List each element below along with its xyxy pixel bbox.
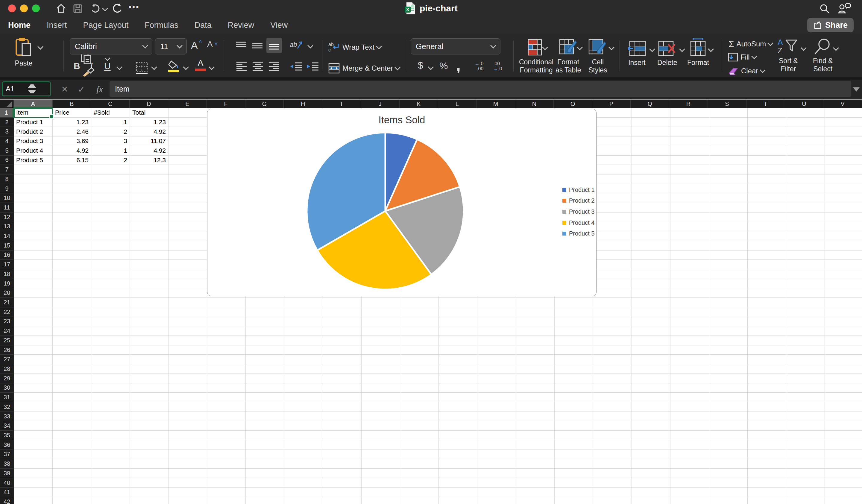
- cell-V28[interactable]: [825, 364, 862, 374]
- cell-C15[interactable]: [91, 241, 130, 251]
- cell-T32[interactable]: [748, 402, 786, 412]
- row-header-10[interactable]: 10: [0, 193, 14, 203]
- cell-M29[interactable]: [478, 374, 516, 383]
- column-header-P[interactable]: P: [592, 100, 631, 108]
- column-header-G[interactable]: G: [246, 100, 284, 108]
- cell-M23[interactable]: [478, 317, 516, 327]
- cell-B30[interactable]: [53, 383, 91, 393]
- cell-O41[interactable]: [554, 488, 593, 497]
- cell-L21[interactable]: [439, 298, 478, 307]
- cell-B12[interactable]: [53, 212, 91, 222]
- cell-styles-chevron[interactable]: [609, 44, 614, 50]
- cell-R26[interactable]: [670, 345, 709, 355]
- zoom-window-button[interactable]: [32, 4, 40, 12]
- cell-V9[interactable]: [825, 184, 862, 194]
- cell-B39[interactable]: [53, 469, 91, 478]
- cell-P38[interactable]: [593, 459, 632, 469]
- cell-B5[interactable]: 4.92: [53, 146, 91, 156]
- cell-O31[interactable]: [554, 393, 593, 402]
- cell-G34[interactable]: [246, 421, 284, 431]
- cell-D9[interactable]: [130, 184, 169, 194]
- cell-O26[interactable]: [554, 345, 593, 355]
- cell-D30[interactable]: [130, 383, 169, 393]
- cell-V41[interactable]: [825, 488, 862, 497]
- cell-C26[interactable]: [91, 345, 130, 355]
- minimize-window-button[interactable]: [20, 4, 28, 12]
- cell-U34[interactable]: [786, 421, 825, 431]
- cell-T9[interactable]: [748, 184, 786, 194]
- cell-E15[interactable]: [169, 241, 207, 251]
- cell-P22[interactable]: [593, 307, 632, 317]
- cell-R14[interactable]: [670, 231, 709, 241]
- cell-C11[interactable]: [91, 203, 130, 212]
- currency-button[interactable]: $: [418, 60, 423, 71]
- cell-A16[interactable]: [14, 251, 53, 260]
- cell-H40[interactable]: [284, 478, 323, 488]
- cell-P28[interactable]: [593, 364, 632, 374]
- cell-E19[interactable]: [169, 279, 207, 289]
- cell-H31[interactable]: [284, 393, 323, 402]
- cell-N27[interactable]: [516, 355, 554, 364]
- cell-Q4[interactable]: [632, 136, 670, 146]
- cell-A23[interactable]: [14, 317, 53, 327]
- cell-A15[interactable]: [14, 241, 53, 251]
- cell-K41[interactable]: [400, 488, 439, 497]
- column-header-N[interactable]: N: [515, 100, 554, 108]
- cell-D36[interactable]: [130, 440, 169, 450]
- cell-P10[interactable]: [593, 193, 632, 203]
- cell-Q6[interactable]: [632, 156, 670, 165]
- cell-E38[interactable]: [169, 459, 207, 469]
- cell-U11[interactable]: [786, 203, 825, 212]
- cell-A17[interactable]: [14, 260, 53, 269]
- cell-D14[interactable]: [130, 231, 169, 241]
- cell-M39[interactable]: [478, 469, 516, 478]
- cell-styles-button[interactable]: CellStyles: [588, 38, 607, 74]
- cell-A26[interactable]: [14, 345, 53, 355]
- cell-A37[interactable]: [14, 450, 53, 460]
- column-header-K[interactable]: K: [400, 100, 438, 108]
- cell-D7[interactable]: [130, 165, 169, 174]
- cell-T10[interactable]: [748, 193, 786, 203]
- cell-A32[interactable]: [14, 402, 53, 412]
- cell-J37[interactable]: [362, 450, 400, 460]
- cell-Q30[interactable]: [632, 383, 670, 393]
- cell-A18[interactable]: [14, 269, 53, 279]
- cell-D32[interactable]: [130, 402, 169, 412]
- cell-B20[interactable]: [53, 288, 91, 298]
- cell-Q13[interactable]: [632, 222, 670, 231]
- cell-C10[interactable]: [91, 193, 130, 203]
- cell-S37[interactable]: [709, 450, 748, 460]
- cell-R28[interactable]: [670, 364, 709, 374]
- cell-R15[interactable]: [670, 241, 709, 251]
- cell-Q16[interactable]: [632, 251, 670, 260]
- cell-V14[interactable]: [825, 231, 862, 241]
- cell-C23[interactable]: [91, 317, 130, 327]
- cell-A34[interactable]: [14, 421, 53, 431]
- tab-home[interactable]: Home: [8, 21, 31, 30]
- cell-M27[interactable]: [478, 355, 516, 364]
- row-header-37[interactable]: 37: [0, 450, 14, 460]
- align-left-button[interactable]: [236, 61, 247, 72]
- row-header-32[interactable]: 32: [0, 402, 14, 412]
- cell-D31[interactable]: [130, 393, 169, 402]
- percent-style-button[interactable]: %: [439, 61, 448, 71]
- cell-V22[interactable]: [825, 307, 862, 317]
- column-header-V[interactable]: V: [823, 100, 862, 108]
- cell-A39[interactable]: [14, 469, 53, 478]
- formula-bar-expand-icon[interactable]: [853, 88, 860, 92]
- cell-S8[interactable]: [709, 174, 748, 184]
- cell-P27[interactable]: [593, 355, 632, 364]
- cell-S21[interactable]: [709, 298, 748, 307]
- cell-T12[interactable]: [748, 212, 786, 222]
- cell-T18[interactable]: [748, 269, 786, 279]
- cell-I32[interactable]: [323, 402, 362, 412]
- cell-Q37[interactable]: [632, 450, 670, 460]
- cell-N35[interactable]: [516, 431, 554, 440]
- cell-I42[interactable]: [323, 497, 362, 504]
- cell-A3[interactable]: Product 2: [14, 127, 53, 136]
- cell-A8[interactable]: [14, 174, 53, 184]
- cell-R42[interactable]: [670, 497, 709, 504]
- cell-Q27[interactable]: [632, 355, 670, 364]
- cell-C21[interactable]: [91, 298, 130, 307]
- cell-U7[interactable]: [786, 165, 825, 174]
